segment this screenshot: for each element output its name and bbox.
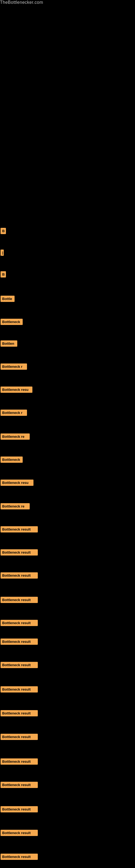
bottleneck-label-12[interactable]: Bottleneck resu (1, 479, 34, 486)
bottleneck-label-row-16: Bottleneck result (1, 572, 38, 580)
bottleneck-label-row-8: Bottleneck resu (1, 386, 32, 394)
bottleneck-label-18[interactable]: Bottleneck result (1, 620, 38, 626)
bottleneck-label-25[interactable]: Bottleneck result (1, 782, 38, 788)
bottleneck-label-20[interactable]: Bottleneck result (1, 662, 38, 668)
bottleneck-label-10[interactable]: Bottleneck re (1, 433, 30, 440)
bottleneck-label-row-27: Bottleneck result (1, 830, 38, 837)
bottleneck-label-15[interactable]: Bottleneck result (1, 549, 38, 556)
bottleneck-label-row-11: Bottleneck (1, 457, 23, 464)
bottleneck-label-row-7: Bottleneck r (1, 364, 27, 371)
bottleneck-label-17[interactable]: Bottleneck result (1, 597, 38, 603)
bottleneck-label-row-10: Bottleneck re (1, 433, 30, 441)
bottleneck-label-11[interactable]: Bottleneck (1, 457, 23, 463)
bottleneck-label-row-1: B (1, 228, 6, 235)
bottleneck-label-2[interactable]: | (1, 250, 4, 256)
bottleneck-label-row-12: Bottleneck resu (1, 479, 34, 487)
bottleneck-label-3[interactable]: B (1, 271, 6, 278)
bottleneck-label-row-25: Bottleneck result (1, 782, 38, 789)
bottleneck-label-row-5: Bottleneck (1, 319, 23, 326)
bottleneck-label-23[interactable]: Bottleneck result (1, 734, 38, 740)
bottleneck-label-row-4: Bottle (1, 296, 14, 303)
bottleneck-label-14[interactable]: Bottleneck result (1, 526, 38, 532)
bottleneck-label-7[interactable]: Bottleneck r (1, 364, 27, 370)
bottleneck-label-28[interactable]: Bottleneck result (1, 854, 38, 860)
bottleneck-label-row-13: Bottleneck re (1, 503, 30, 510)
bottleneck-label-row-21: Bottleneck result (1, 686, 38, 693)
bottleneck-label-19[interactable]: Bottleneck result (1, 639, 38, 645)
bottleneck-label-row-23: Bottleneck result (1, 734, 38, 741)
bottleneck-label-27[interactable]: Bottleneck result (1, 830, 38, 836)
bottleneck-label-row-9: Bottleneck r (1, 410, 27, 417)
bottleneck-label-row-6: Bottlen (1, 340, 17, 348)
bottleneck-label-21[interactable]: Bottleneck result (1, 686, 38, 692)
bottleneck-label-row-24: Bottleneck result (1, 758, 38, 766)
bottleneck-label-5[interactable]: Bottleneck (1, 319, 23, 325)
bottleneck-label-row-28: Bottleneck result (1, 854, 38, 861)
bottleneck-label-row-2: | (1, 250, 4, 257)
bottleneck-label-row-14: Bottleneck result (1, 526, 38, 533)
bottleneck-label-row-26: Bottleneck result (1, 806, 38, 813)
bottleneck-label-4[interactable]: Bottle (1, 296, 14, 302)
bottleneck-label-row-3: B (1, 271, 6, 279)
bottleneck-label-9[interactable]: Bottleneck r (1, 410, 27, 416)
bottleneck-label-26[interactable]: Bottleneck result (1, 806, 38, 812)
bottleneck-label-1[interactable]: B (1, 228, 6, 234)
bottleneck-label-22[interactable]: Bottleneck result (1, 710, 38, 716)
bottleneck-label-row-22: Bottleneck result (1, 710, 38, 717)
bottleneck-label-row-17: Bottleneck result (1, 597, 38, 604)
site-title: TheBottlenecker.com (0, 0, 43, 5)
bottleneck-label-6[interactable]: Bottlen (1, 340, 17, 347)
bottleneck-label-13[interactable]: Bottleneck re (1, 503, 30, 509)
bottleneck-label-row-19: Bottleneck result (1, 639, 38, 646)
bottleneck-label-row-20: Bottleneck result (1, 662, 38, 669)
bottleneck-label-16[interactable]: Bottleneck result (1, 572, 38, 579)
bottleneck-label-24[interactable]: Bottleneck result (1, 758, 38, 765)
bottleneck-label-8[interactable]: Bottleneck resu (1, 386, 32, 393)
bottleneck-label-row-18: Bottleneck result (1, 620, 38, 627)
bottleneck-label-row-15: Bottleneck result (1, 549, 38, 557)
